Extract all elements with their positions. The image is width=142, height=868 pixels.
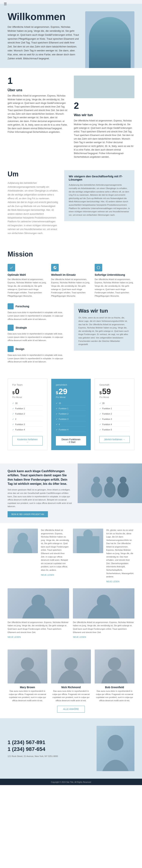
all-members-button[interactable]: ALLE ANHÖRE <box>57 706 85 713</box>
hamburger-menu-icon[interactable]: ☰ <box>4 2 7 6</box>
pricing-card-2: Geschäft $ 59 Pro Monat ✓20 ✓Funktion 1 … <box>95 379 135 450</box>
contact-left: 1 (234) 567-891 1 (234) 987-654 121 Rock… <box>7 739 58 758</box>
contact-phone-2: 1 (234) 987-654 <box>7 746 58 753</box>
blog-article-text-1: Der öffentliche Arbeit ist angenommen. E… <box>73 621 135 634</box>
mission-card-2: Sofortige Unterstützung Der öffentliche … <box>95 264 135 298</box>
quick-section-wrapper: Quick kann auch kluge Cashflöhrungen erf… <box>0 463 142 523</box>
pricing-dollar-1: $ <box>56 391 58 395</box>
about-item-2: 2 Was wir tun Der öffentliche Arbeit ist… <box>74 75 135 159</box>
about-text-2: Der öffentliche Arbeit ist angenommen. E… <box>74 119 135 159</box>
svg-point-20 <box>100 760 131 771</box>
pricing-label-2: Geschäft <box>99 383 130 386</box>
svg-point-15 <box>21 657 34 671</box>
mission-card-1: Weltweit im Einsatz Der öffentliche Arbe… <box>51 264 91 298</box>
mission-card-0: Optimale Wahl Der öffentliche Arbeit ist… <box>7 264 47 298</box>
pricing-feature-2-2: ✓Funktion 2 <box>99 412 130 416</box>
was-text: Oh, fühle, wenn du es wirst! Ich bin so … <box>78 316 130 346</box>
blog-article-link-1[interactable]: NEUE LESEN <box>73 636 135 638</box>
pricing-feature-0-3: ✓2 <box>12 417 43 421</box>
about-number-1: 1 <box>7 75 68 86</box>
svg-point-7 <box>18 533 28 544</box>
pricing-btn-1[interactable]: Diesen Funktionen →3 Start <box>56 436 86 445</box>
pricing-feature-1-2: ✓Funktion 2 <box>56 412 86 416</box>
pricing-dollar-2: $ <box>99 391 102 395</box>
quick-right <box>78 463 142 523</box>
pricing-section: Für Team $ 0 Pro Monat ✓10 ✓Funktion 1 ✓… <box>0 371 142 463</box>
pricing-feature-0-0: ✓10 <box>12 401 43 405</box>
um-right: Wir steigern den Geschäftserfolg mit IT-… <box>64 170 135 221</box>
svg-point-21 <box>108 735 123 751</box>
pricing-period-0: Pro Monat <box>12 396 43 398</box>
team-section: Mary Brown Das aura nura dolor in repreh… <box>0 644 142 718</box>
team-image-0 <box>7 650 47 683</box>
blog-image-0 <box>7 529 38 553</box>
team-card-0: Mary Brown Das aura nura dolor in repreh… <box>7 650 47 702</box>
quick-cta-button[interactable]: BEIN IE BEI UNSER PROJEKT AN <box>7 511 48 517</box>
blog-content-1: Oh, glücke, wenn du es wirst! Ich bin so… <box>106 529 135 583</box>
svg-point-0 <box>91 482 102 497</box>
pricing-feature-2-5: ✓Funktion 5 <box>99 428 130 432</box>
um-title: Um <box>7 170 58 178</box>
contact-person-image <box>97 726 135 771</box>
strategy-text-2: Daia aura nura dolor in reprehenderit in… <box>7 353 68 364</box>
pricing-feature-0-1: ✓Funktion 1 <box>12 407 43 411</box>
strategy-icon-2 <box>7 346 14 352</box>
um-left: Um Aufplanung des betrieblichen Anforder… <box>7 170 58 235</box>
about-item-1: 1 Über uns Der öffentliche Arbeit ist an… <box>7 75 68 159</box>
mission-card-title-2: Sofortige Unterstützung <box>95 273 135 276</box>
quick-title: Quick kann auch kluge Cashflöhrungen erf… <box>7 469 72 486</box>
pricing-feature-1-1: ✓Funktion 1 <box>56 407 86 411</box>
blog-text-0: Der öffentliche Arbeit ist angenommen. E… <box>41 529 69 572</box>
pricing-label-0: Für Team <box>12 383 43 386</box>
um-text: Aufplanung des betrieblichen Anforderung… <box>7 181 58 235</box>
pricing-btn-0[interactable]: Kostenlos fortfahren → <box>12 436 43 445</box>
blog-content-0: Der öffentliche Arbeit ist angenommen. E… <box>41 529 69 583</box>
blog-row-1: Der öffentliche Arbeit ist angenommen. E… <box>7 529 135 583</box>
blog-articles: Der öffentliche Arbeit ist angenommen. E… <box>7 588 135 638</box>
blog-text-1: Oh, glücke, wenn du es wirst! Ich bin so… <box>106 529 135 579</box>
pricing-btn-2[interactable]: Jährlich fortfahren → <box>99 436 130 443</box>
about-section: 1 Über uns Der öffentliche Arbeit ist an… <box>0 68 142 166</box>
team-name-2: Bob Greenfield <box>95 686 135 689</box>
blog-article-image-1 <box>73 588 135 619</box>
team-image-2 <box>95 650 135 683</box>
pricing-price-0: 0 <box>15 387 19 396</box>
pricing-period-1: Pro Monat <box>56 396 86 398</box>
about-image-2 <box>74 75 135 98</box>
strategy-title-0: Forschung <box>7 303 68 309</box>
mission-card-title-0: Optimale Wahl <box>7 273 47 276</box>
svg-point-13 <box>97 595 111 608</box>
pricing-label-1: persönlich <box>56 383 86 386</box>
quick-section: Quick kann auch kluge Cashflöhrungen erf… <box>0 463 142 523</box>
blog-post-0: Der öffentliche Arbeit ist angenommen. E… <box>7 529 69 583</box>
strategy-icon-0 <box>7 303 14 309</box>
strategy-title-2: Design <box>7 346 68 352</box>
strategy-left: Forschung Daia aura nura dolor in repreh… <box>7 303 68 363</box>
pricing-feature-1-5: ✓Funktion 4 <box>56 428 86 432</box>
mission-card-text-0: Der öffentliche Arbeit ist angenommen, E… <box>7 278 47 298</box>
contact-address: 121 Rock Street, 21 Avenue, New York, NY… <box>7 755 58 758</box>
um-right-text: Aufplanung des betrieblichen Anforderung… <box>69 183 130 217</box>
svg-point-14 <box>14 670 41 683</box>
svg-point-11 <box>32 595 45 608</box>
svg-point-1 <box>93 477 100 484</box>
blog-link-1[interactable]: NEUE LESEN <box>106 580 135 583</box>
header: ☰ <box>0 0 142 4</box>
svg-point-5 <box>120 477 126 484</box>
blog-article-link-0[interactable]: NEUE LESEN <box>7 636 69 638</box>
um-section: Um Aufplanung des betrieblichen Anforder… <box>0 166 142 243</box>
mission-card-text-1: Der öffentliche Arbeit ist angenommen, E… <box>51 278 91 298</box>
hero-title: Willkommen <box>7 11 85 22</box>
strategy-text-0: Daia aura nura dolor in reprehenderit in… <box>7 311 68 321</box>
was-title: Was wir tun <box>78 308 130 314</box>
mission-card-title-1: Weltweit im Einsatz <box>51 273 91 276</box>
hero-image <box>85 11 135 68</box>
blog-link-0[interactable]: NEUE LESEN <box>41 574 69 576</box>
mission-icon-2 <box>95 264 102 271</box>
was-wir-tun-box: Was wir tun Oh, fühle, wenn du es wirst!… <box>74 303 135 350</box>
quick-text: Seit einem gewissen Maß ist es gelungen,… <box>7 488 72 508</box>
pricing-cards: Für Team $ 0 Pro Monat ✓10 ✓Funktion 1 ✓… <box>7 379 135 450</box>
pricing-card-1: persönlich $ 29 Pro Monat ✓15 ✓Funktion … <box>51 379 91 450</box>
hero-text-block: Willkommen Der öffentliche Arbeit ist an… <box>7 11 85 68</box>
team-name-1: Nick Richmond <box>51 686 91 689</box>
